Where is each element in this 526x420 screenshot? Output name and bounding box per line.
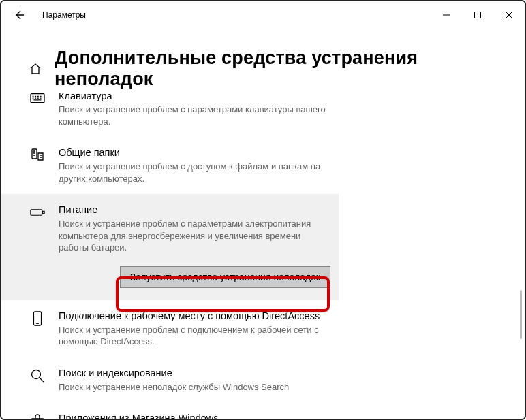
item-name: Подключение к рабочему месту с помощью D… (59, 310, 330, 323)
item-texts: КлавиатураПоиск и устранение проблем с п… (59, 90, 330, 128)
phone-icon (29, 311, 46, 348)
shared-icon (29, 148, 46, 184)
item-name: Общие папки (59, 146, 330, 159)
troubleshooter-item[interactable]: Подключение к рабочему месту с помощью D… (1, 300, 339, 357)
store-icon (29, 413, 46, 419)
home-icon[interactable] (29, 62, 42, 76)
search-icon (29, 368, 46, 393)
content-scroll[interactable]: Поиск и устранение неполадок при записи … (1, 75, 525, 419)
troubleshooter-item[interactable]: Поиск и устранение неполадок при записи … (1, 75, 339, 80)
power-icon (29, 205, 46, 287)
back-button[interactable] (12, 8, 26, 22)
svg-rect-4 (43, 212, 45, 214)
scrollbar-thumb[interactable] (520, 290, 522, 339)
close-button[interactable] (493, 4, 525, 26)
item-name: Клавиатура (59, 90, 330, 103)
troubleshooter-item[interactable]: Приложения из Магазина Windows (1, 402, 339, 419)
svg-point-6 (32, 370, 41, 378)
item-texts: Поиск и индексированиеПоиск и устранение… (59, 367, 330, 393)
window-controls (431, 4, 525, 26)
svg-rect-0 (475, 12, 481, 18)
item-description: Поиск и устранение проблем с подключение… (59, 324, 330, 348)
svg-rect-2 (32, 149, 37, 159)
titlebar: Параметры (1, 1, 525, 29)
troubleshooter-item[interactable]: ПитаниеПоиск и устранение проблем с пара… (1, 194, 339, 300)
troubleshooter-item[interactable]: Поиск и индексированиеПоиск и устранение… (1, 357, 339, 402)
item-description: Поиск и устранение проблем с параметрами… (59, 218, 330, 254)
keyboard-icon (29, 91, 46, 128)
item-texts: Подключение к рабочему месту с помощью D… (59, 310, 330, 348)
svg-rect-3 (31, 210, 42, 215)
item-description: Поиск и устранение неполадок службы Wind… (59, 381, 330, 393)
item-name: Питание (59, 204, 330, 216)
troubleshooter-item[interactable]: Общие папкиПоиск и устранение проблем с … (1, 137, 339, 194)
maximize-button[interactable] (462, 4, 493, 26)
item-texts: Общие папкиПоиск и устранение проблем с … (59, 146, 330, 184)
minimize-button[interactable] (431, 4, 462, 26)
item-name: Поиск и индексирование (59, 367, 330, 380)
item-description: Поиск и устранение проблем с доступом к … (59, 161, 330, 184)
run-troubleshooter-button[interactable]: Запустить средство устранения неполадок (120, 266, 330, 288)
item-name: Приложения из Магазина Windows (59, 412, 330, 419)
troubleshooter-item[interactable]: КлавиатураПоиск и устранение проблем с п… (1, 80, 339, 138)
item-description: Поиск и устранение проблем с параметрами… (59, 103, 330, 127)
item-texts: ПитаниеПоиск и устранение проблем с пара… (59, 204, 330, 287)
app-title: Параметры (42, 10, 86, 20)
item-texts: Приложения из Магазина Windows (59, 412, 330, 419)
